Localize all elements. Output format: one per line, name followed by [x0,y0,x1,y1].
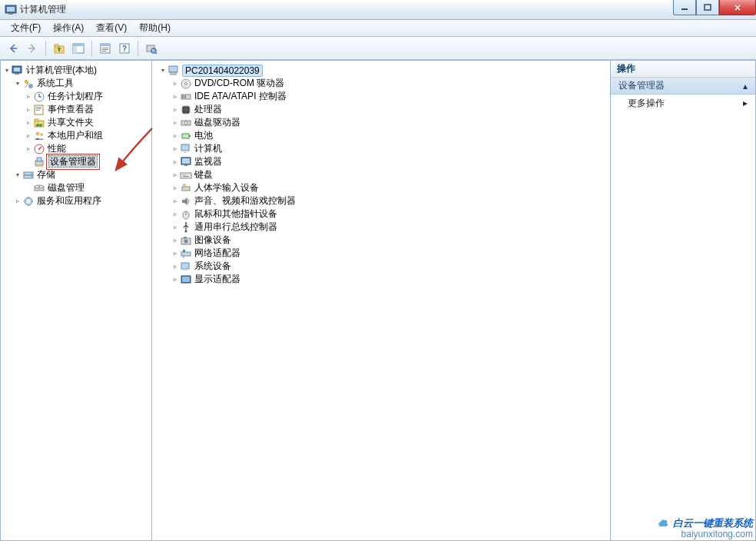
close-button[interactable] [719,0,756,15]
device-imaging[interactable]: ▹图像设备 [154,234,608,247]
expand-icon[interactable]: ▹ [171,79,180,88]
expand-icon[interactable]: ▹ [171,158,180,167]
device-label: DVD/CD-ROM 驱动器 [194,77,284,90]
expand-icon[interactable]: ▹ [171,144,180,154]
collapse-icon[interactable]: ▾ [2,66,12,75]
tree-task-scheduler[interactable]: ▹ 任务计划程序 [2,90,150,103]
up-button[interactable] [51,40,68,57]
device-label: 监视器 [194,155,222,168]
expand-icon[interactable]: ▹ [171,236,180,245]
expand-icon[interactable]: ▹ [171,92,180,101]
console-tree-panel: ▾ 计算机管理(本地) ▾ 系统工具 ▹ 任务计划程序 ▹ 事件查看器 ▹ [0,60,151,541]
tree-root-computer-management[interactable]: ▾ 计算机管理(本地) [2,64,150,77]
camera-icon [180,234,192,247]
tree-system-tools[interactable]: ▾ 系统工具 [2,77,150,90]
device-battery[interactable]: ▹电池 [154,129,608,142]
scan-hardware-button[interactable] [143,40,160,57]
svg-point-42 [31,176,32,178]
expand-icon[interactable]: ▹ [171,118,180,128]
svg-rect-38 [35,165,43,167]
tree-label: 服务和应用程序 [37,194,101,207]
svg-rect-14 [102,51,106,51]
services-icon [22,195,35,207]
device-mouse[interactable]: ▹鼠标和其他指针设备 [154,207,608,221]
svg-rect-80 [181,263,189,269]
show-hide-tree-button[interactable] [70,40,87,57]
device-root-computer[interactable]: ▾ PC201404022039 [154,64,608,77]
tree-label: 计算机管理(本地) [26,64,97,77]
dvd-icon [180,78,192,90]
svg-rect-27 [36,110,40,111]
tree-label: 设备管理器 [49,156,97,167]
menu-file[interactable]: 文件(F) [5,20,47,36]
tree-device-manager[interactable]: 设备管理器 [2,155,150,168]
tree-storage[interactable]: ▾ 存储 [2,168,150,181]
device-keyboard[interactable]: ▹键盘 [154,168,608,181]
device-disk-drives[interactable]: ▹磁盘驱动器 [154,116,608,129]
expand-icon[interactable]: ▹ [171,210,180,219]
menu-help[interactable]: 帮助(H) [133,20,177,36]
expander-placeholder [24,184,33,193]
expand-icon[interactable]: ▹ [171,131,180,141]
device-usb[interactable]: ▹通用串行总线控制器 [154,221,608,234]
device-dvd[interactable]: ▹DVD/CD-ROM 驱动器 [154,77,608,90]
performance-icon [33,143,45,155]
expand-icon[interactable]: ▹ [24,118,33,128]
device-display[interactable]: ▹显示适配器 [154,273,608,286]
expand-icon[interactable]: ▹ [24,144,33,154]
window-controls [673,0,756,15]
svg-rect-55 [183,107,189,113]
menu-view[interactable]: 查看(V) [90,20,133,36]
tree-event-viewer[interactable]: ▹ 事件查看器 [2,103,150,116]
device-network[interactable]: ▹网络适配器 [154,247,608,260]
properties-button[interactable] [97,40,114,57]
device-label: 电池 [194,129,213,142]
expand-icon[interactable]: ▹ [171,249,180,258]
tree-shared-folders[interactable]: ▹ 共享文件夹 [2,116,150,129]
actions-header: 操作 [611,61,755,78]
expand-icon[interactable]: ▹ [24,92,33,101]
svg-point-74 [185,222,187,224]
actions-section-title[interactable]: 设备管理器 ▴ [611,78,755,95]
keyboard-icon [180,169,192,181]
forward-button[interactable] [24,40,41,57]
menu-action[interactable]: 操作(A) [47,20,90,36]
svg-rect-20 [14,68,20,71]
device-processor[interactable]: ▹处理器 [154,103,608,116]
expand-icon[interactable]: ▹ [13,197,22,206]
device-system[interactable]: ▹系统设备 [154,260,608,273]
device-sound[interactable]: ▹声音、视频和游戏控制器 [154,194,608,207]
disk-management-icon [33,182,45,194]
tree-disk-management[interactable]: 磁盘管理 [2,181,150,194]
tree-label: 磁盘管理 [48,181,85,194]
device-tree[interactable]: ▾ PC201404022039 ▹DVD/CD-ROM 驱动器 ▹IDE AT… [152,61,610,289]
collapse-icon[interactable]: ▾ [158,66,167,75]
collapse-icon[interactable]: ▾ [13,79,22,88]
help-button[interactable]: ? [116,40,133,57]
device-hid[interactable]: ▹人体学输入设备 [154,181,608,194]
collapse-icon[interactable]: ▾ [13,171,22,180]
expand-icon[interactable]: ▹ [171,223,180,232]
tree-services-applications[interactable]: ▹ 服务和应用程序 [2,194,150,207]
maximize-button[interactable] [696,0,719,15]
svg-rect-11 [101,44,110,46]
expand-icon[interactable]: ▹ [171,275,180,284]
svg-point-73 [185,230,187,232]
storage-icon [22,169,35,181]
back-button[interactable] [5,40,22,57]
svg-point-22 [28,84,33,88]
tree-local-users-groups[interactable]: ▹ 本地用户和组 [2,129,150,142]
expand-icon[interactable]: ▹ [171,197,180,206]
expand-icon[interactable]: ▹ [24,105,33,115]
expand-icon[interactable]: ▹ [171,105,180,115]
expand-icon[interactable]: ▹ [171,171,180,180]
device-monitor[interactable]: ▹监视器 [154,155,608,168]
expand-icon[interactable]: ▹ [24,131,33,141]
minimize-button[interactable] [673,0,696,15]
console-tree[interactable]: ▾ 计算机管理(本地) ▾ 系统工具 ▹ 任务计划程序 ▹ 事件查看器 ▹ [1,61,151,211]
device-computer[interactable]: ▹计算机 [154,142,608,155]
device-ide[interactable]: ▹IDE ATA/ATAPI 控制器 [154,90,608,103]
expand-icon[interactable]: ▹ [171,184,180,193]
expand-icon[interactable]: ▹ [171,262,180,271]
actions-more-actions[interactable]: 更多操作 ▸ [611,95,755,111]
